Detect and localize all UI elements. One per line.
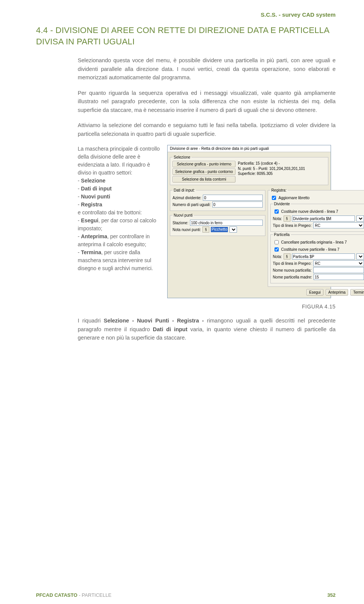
p4b: Selezione - Nuovi Punti - Registra - bbox=[104, 318, 207, 324]
p4a: I riquadri bbox=[78, 318, 104, 324]
chk-aggiornare[interactable] bbox=[272, 196, 276, 200]
btn-sel-contorno[interactable]: Selezione grafica - punto contorno bbox=[173, 168, 235, 175]
fieldset-particella: Particella Cancellare particella origina… bbox=[270, 233, 364, 283]
label-costituire-part: Costituire nuove particelle - linea 7 bbox=[281, 247, 339, 252]
legend-dividente: Dividente bbox=[273, 202, 291, 206]
label-cancellare: Cancellare particella originaria - linea… bbox=[281, 240, 347, 244]
left-mid: e controllato dai tre bottoni: bbox=[78, 209, 142, 215]
legend-nuovi: Nuovi punti bbox=[173, 213, 194, 217]
p4d: Dati di input bbox=[153, 326, 187, 332]
chk-cancellare[interactable] bbox=[275, 240, 279, 244]
left-description: La maschera principale di controllo dell… bbox=[78, 145, 161, 310]
bullet-termina: Termina bbox=[81, 249, 101, 255]
bullet-dati: Dati di input bbox=[81, 186, 112, 192]
bullet-esegui: Esegui bbox=[81, 217, 99, 223]
fieldset-dividente: Dividente Costituire nuove dividenti - l… bbox=[270, 202, 364, 232]
page-footer: PFCAD CATASTO - PARTICELLE 352 bbox=[36, 592, 336, 598]
input-nome-nuova[interactable] bbox=[313, 267, 364, 273]
input-nome-madre[interactable] bbox=[314, 274, 364, 280]
select-nota-div[interactable] bbox=[356, 215, 364, 222]
label-nota-part: Nota: bbox=[273, 255, 282, 259]
left-intro: La maschera principale di controllo dell… bbox=[78, 146, 160, 176]
label-azimut: Azimut dividente: bbox=[173, 196, 201, 200]
paragraph-1: Selezionando questa voce del menu, è pos… bbox=[78, 56, 336, 82]
fieldset-selezione: Selezione Selezione grafica - punto inte… bbox=[170, 155, 328, 185]
btn-sel-interno[interactable]: Selezione grafica - punto interno bbox=[173, 161, 235, 167]
bullet-anteprima: Anteprima bbox=[81, 233, 107, 239]
btn-esegui[interactable]: Esegui bbox=[306, 289, 323, 296]
label-nome-madre: Nome particella madre: bbox=[273, 275, 312, 279]
chk-costituire-part[interactable] bbox=[275, 247, 279, 252]
select-tipo-div[interactable]: RC bbox=[313, 222, 364, 228]
fieldset-dati: Dati di input: Azimut dividente: Numero … bbox=[170, 188, 265, 211]
nota-nuovi-icon[interactable]: § bbox=[202, 226, 209, 233]
input-nota-part[interactable] bbox=[292, 253, 355, 260]
footer-product: PFCAD CATASTO bbox=[36, 592, 77, 598]
label-costituire-div: Costituire nuove dividenti - linea 7 bbox=[281, 209, 338, 214]
dialog-window: Divisione di aree - Retta di direzione d… bbox=[167, 145, 331, 298]
select-tipo-part[interactable]: RC bbox=[313, 260, 364, 266]
input-azimut[interactable] bbox=[203, 195, 262, 201]
label-tipo-div: Tipo di linea in Pregeo: bbox=[273, 223, 312, 228]
paragraph-2: Per quanto riguarda la sequenza operativ… bbox=[78, 89, 336, 114]
legend-particella: Particella bbox=[273, 233, 291, 237]
bullet-registra: Registra bbox=[81, 201, 102, 208]
label-nota-div: Nota: bbox=[273, 217, 282, 221]
legend-dati: Dati di input: bbox=[173, 188, 196, 192]
label-nparti: Numero di parti uguali: bbox=[173, 203, 211, 207]
label-tipo-part: Tipo di linea in Pregeo: bbox=[273, 261, 312, 266]
btn-anteprima[interactable]: Anteprima bbox=[326, 289, 348, 296]
legend-selezione: Selezione bbox=[173, 155, 191, 159]
select-nota-part[interactable] bbox=[356, 253, 364, 260]
dialog-title: Divisione di aree - Retta di direzione d… bbox=[168, 145, 331, 152]
bullet-nuovi: Nuovi punti bbox=[81, 193, 110, 200]
sel-info-3: Superficie: 8095.305 bbox=[238, 171, 305, 176]
chk-costituire-div[interactable] bbox=[275, 209, 279, 214]
label-aggiornare: Aggiornare libretto bbox=[279, 196, 310, 200]
nota-part-icon[interactable]: § bbox=[284, 253, 290, 260]
fieldset-nuovi: Nuovi punti Stazione: Nota nuovi punti: … bbox=[170, 213, 265, 236]
btn-termina[interactable]: Termina bbox=[350, 289, 364, 296]
figure-caption: FIGURA 4.15 bbox=[167, 304, 336, 310]
bullet-selezione: Selezione bbox=[81, 178, 106, 184]
footer-page-number: 352 bbox=[327, 592, 336, 598]
label-nota-nuovi: Nota nuovi punti: bbox=[173, 228, 201, 232]
fieldset-registra: Registra: Aggiornare libretto Dividente … bbox=[268, 188, 364, 287]
paragraph-3: Attiviamo la selezione del comando e seg… bbox=[78, 121, 336, 138]
label-stazione: Stazione: bbox=[173, 221, 188, 225]
input-nparti[interactable] bbox=[212, 201, 263, 208]
legend-registra: Registra: bbox=[270, 188, 288, 192]
paragraph-4: I riquadri Selezione - Nuovi Punti - Reg… bbox=[78, 316, 336, 342]
section-title: 4.4 - DIVISIONE DI AREE CON RETTE DI DIR… bbox=[36, 25, 336, 47]
header-brand: S.C.S. - survey CAD system bbox=[36, 11, 336, 18]
footer-section: - PARTICELLE bbox=[77, 592, 111, 598]
sel-info-2: N. punti: 5 - Punti: 101,204,203,201,101 bbox=[238, 166, 305, 171]
input-nota-nuovi[interactable]: Picchetto bbox=[211, 227, 228, 232]
input-stazione[interactable] bbox=[190, 220, 263, 226]
nota-div-icon[interactable]: § bbox=[284, 215, 290, 222]
btn-sel-lista[interactable]: Selezione da lista contorni bbox=[173, 176, 235, 182]
select-nota-nuovi[interactable] bbox=[229, 226, 237, 233]
sel-info-1: Particella: 15 (codice 4) - bbox=[238, 161, 305, 166]
label-nome-nuova: Nome nuova particella: bbox=[273, 268, 312, 272]
input-nota-div[interactable] bbox=[292, 215, 355, 222]
